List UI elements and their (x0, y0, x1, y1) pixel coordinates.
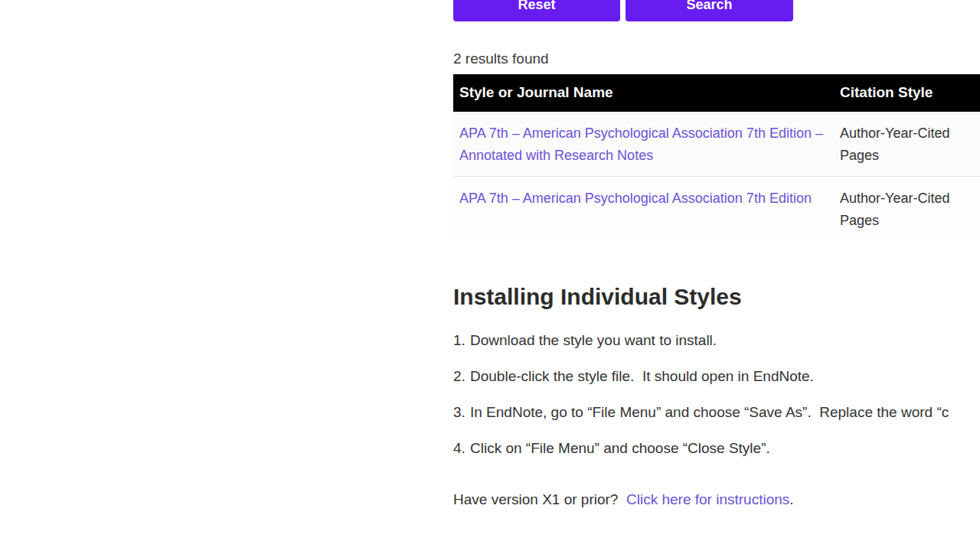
instructions-link[interactable]: Click here for instructions (626, 491, 789, 507)
step-number: 1. (453, 329, 470, 351)
citation-style-cell: Author-Year-Cited Pages (840, 187, 966, 232)
section-title-installing-styles: Installing Individual Styles (453, 282, 742, 312)
page-content: Reset Search 2 results found Style or Jo… (453, 0, 980, 551)
style-link-apa7-annotated[interactable]: APA 7th – American Psychological Associa… (459, 126, 823, 163)
step-text: In EndNote, go to “File Menu” and choose… (470, 401, 949, 423)
table-header-row: Style or Journal Name Citation Style (453, 74, 980, 112)
step-text: Download the style you want to install. (470, 329, 717, 351)
style-link-apa7[interactable]: APA 7th – American Psychological Associa… (459, 191, 812, 206)
results-count: 2 results found (453, 51, 549, 67)
step-number: 3. (453, 401, 470, 423)
list-item: 2. Double-click the style file. It shoul… (453, 365, 980, 387)
reset-button[interactable]: Reset (453, 0, 620, 21)
column-header-citation-style: Citation Style (840, 84, 966, 101)
styles-table: Style or Journal Name Citation Style APA… (453, 74, 980, 241)
version-note-period: . (789, 491, 793, 507)
step-number: 4. (453, 437, 470, 459)
step-text: Click on “File Menu” and choose “Close S… (470, 437, 770, 459)
list-item: 1. Download the style you want to instal… (453, 329, 980, 351)
style-name-cell: APA 7th – American Psychological Associa… (453, 187, 840, 232)
install-steps-list: 1. Download the style you want to instal… (453, 329, 980, 473)
step-number: 2. (453, 365, 470, 387)
search-button[interactable]: Search (626, 0, 793, 21)
list-item: 3. In EndNote, go to “File Menu” and cho… (453, 401, 980, 423)
table-row: APA 7th – American Psychological Associa… (453, 112, 980, 177)
style-name-cell: APA 7th – American Psychological Associa… (453, 122, 840, 167)
version-note: Have version X1 or prior? Click here for… (453, 488, 794, 510)
column-header-style-name: Style or Journal Name (453, 84, 840, 101)
list-item: 4. Click on “File Menu” and choose “Clos… (453, 437, 980, 459)
citation-style-cell: Author-Year-Cited Pages (840, 122, 966, 167)
table-row: APA 7th – American Psychological Associa… (453, 177, 980, 241)
version-note-text: Have version X1 or prior? (453, 491, 626, 507)
step-text: Double-click the style file. It should o… (470, 365, 814, 387)
